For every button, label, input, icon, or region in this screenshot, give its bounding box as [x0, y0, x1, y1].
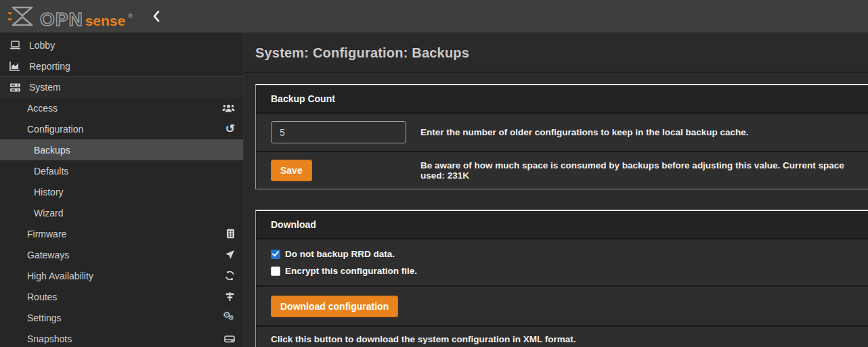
- download-configuration-button[interactable]: Download configuration: [271, 296, 398, 317]
- sidebar-item-routes[interactable]: Routes: [0, 286, 243, 307]
- download-panel: Download Do not backup RRD data.: [255, 210, 868, 347]
- backup-count-header: Backup Count: [256, 85, 868, 112]
- save-button[interactable]: Save: [271, 160, 312, 181]
- rrd-checkbox-line: Do not backup RRD data.: [271, 247, 395, 261]
- signpost-icon: [225, 292, 235, 302]
- chevron-left-icon: [152, 10, 160, 22]
- sidebar-item-label: Snapshots: [27, 333, 72, 344]
- sidebar-collapse-button[interactable]: [152, 10, 160, 22]
- sidebar-item-label: Gateways: [27, 250, 69, 260]
- cogs-icon: ⚙ ⚙: [223, 313, 235, 323]
- area-chart-icon: [7, 61, 23, 71]
- sidebar-item-label: Wizard: [34, 208, 64, 218]
- encrypt-checkbox[interactable]: [271, 267, 280, 276]
- download-help-text: Click this button to download the system…: [271, 334, 576, 344]
- laptop-icon: [7, 40, 23, 50]
- sidebar-item-defaults[interactable]: Defaults: [0, 160, 243, 181]
- backup-count-panel: Backup Count Enter the number of older c…: [255, 84, 868, 189]
- brand-registered-mark: ®: [128, 13, 133, 20]
- page-header: System: Configuration: Backups: [244, 32, 868, 73]
- sidebar-item-configuration[interactable]: Configuration ↺: [0, 118, 243, 139]
- sidebar-item-label: Defaults: [34, 166, 68, 177]
- page-title: System: Configuration: Backups: [255, 45, 868, 61]
- sidebar-item-reporting[interactable]: Reporting: [0, 55, 243, 76]
- sidebar-item-access[interactable]: Access: [0, 97, 243, 118]
- sidebar-item-firmware[interactable]: Firmware: [0, 223, 243, 244]
- sidebar-item-label: Configuration: [27, 124, 83, 135]
- sidebar-item-label: Settings: [27, 313, 62, 323]
- opnsense-logo-icon: [8, 5, 35, 28]
- sidebar-item-gateways[interactable]: Gateways: [0, 244, 243, 265]
- download-help-row: Click this button to download the system…: [256, 325, 868, 347]
- sidebar-item-lobby[interactable]: Lobby: [0, 34, 243, 55]
- sidebar-item-system[interactable]: System: [0, 76, 243, 97]
- backup-count-save-row: Save Be aware of how much space is consu…: [256, 151, 868, 189]
- rrd-checkbox[interactable]: [271, 250, 280, 259]
- location-arrow-icon: [225, 250, 235, 260]
- download-header: Download: [256, 211, 868, 238]
- hdd-icon: [224, 334, 235, 344]
- space-warning-text: Be aware of how much space is consumed b…: [420, 160, 853, 181]
- sidebar-item-history[interactable]: History: [0, 181, 243, 202]
- download-button-row: Download configuration: [256, 285, 868, 325]
- backup-count-input[interactable]: [271, 121, 406, 143]
- sidebar-item-label: Backups: [34, 145, 70, 156]
- encrypt-checkbox-label[interactable]: Encrypt this configuration file.: [285, 264, 417, 278]
- rrd-checkbox-label[interactable]: Do not backup RRD data.: [285, 247, 395, 261]
- brand-opn-text: OPN: [40, 11, 83, 28]
- sidebar-item-label: System: [29, 82, 61, 93]
- sidebar-item-label: Lobby: [29, 40, 55, 51]
- sidebar-item-label: Firmware: [27, 229, 66, 239]
- sidebar-nav: Lobby Reporting: [0, 32, 244, 347]
- checkmark-icon: [272, 251, 279, 257]
- users-icon: [222, 103, 235, 113]
- brand-sense-text: sense: [85, 14, 126, 28]
- sidebar-item-label: Routes: [27, 292, 57, 302]
- sidebar-item-snapshots[interactable]: Snapshots: [0, 328, 243, 347]
- firmware-icon: [226, 229, 235, 239]
- download-options-row: Do not backup RRD data. Encrypt this con…: [256, 238, 868, 285]
- top-navbar: OPN sense ®: [0, 0, 868, 32]
- sidebar-item-high-availability[interactable]: High Availability: [0, 265, 243, 286]
- backup-count-input-row: Enter the number of older configurations…: [256, 112, 868, 151]
- sidebar-item-backups[interactable]: Backups: [0, 139, 243, 160]
- sidebar-item-label: Access: [27, 103, 58, 114]
- history-icon: ↺: [225, 123, 235, 135]
- sidebar-item-settings[interactable]: Settings ⚙ ⚙: [0, 307, 243, 328]
- main-content: System: Configuration: Backups Backup Co…: [244, 32, 868, 347]
- sync-icon: [225, 271, 235, 281]
- opnsense-logo: OPN sense ®: [8, 5, 132, 28]
- sidebar-item-label: History: [34, 187, 64, 198]
- encrypt-checkbox-line: Encrypt this configuration file.: [271, 264, 417, 278]
- sidebar-item-wizard[interactable]: Wizard: [0, 202, 243, 223]
- backup-count-help-text: Enter the number of older configurations…: [420, 127, 853, 137]
- sidebar-item-label: Reporting: [29, 61, 70, 72]
- server-icon: [7, 83, 23, 93]
- sidebar-item-label: High Availability: [27, 271, 93, 281]
